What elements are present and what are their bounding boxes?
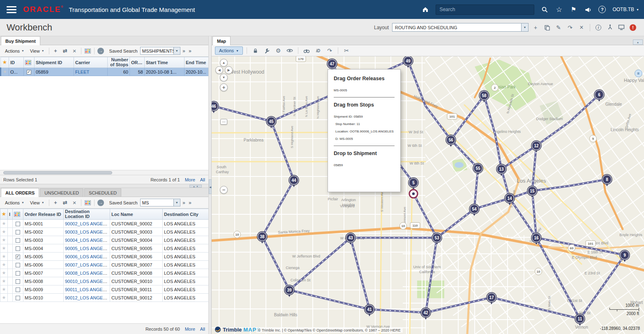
all-link[interactable]: All — [200, 327, 205, 332]
help-icon[interactable]: ? — [598, 5, 606, 14]
monitor-button[interactable] — [617, 23, 626, 32]
destination-location-link[interactable]: 90010_LOS ANGEL... — [64, 277, 110, 285]
gantt-grid-button[interactable] — [83, 199, 92, 207]
pan-down-button[interactable]: ▼ — [220, 74, 228, 81]
actions-menu[interactable]: Actions▼ — [2, 199, 27, 206]
destination-location-link[interactable]: 90007_LOS ANGEL... — [64, 261, 110, 269]
order-select-cell[interactable] — [13, 294, 23, 302]
destination-location-link[interactable]: 90008_LOS ANGEL... — [64, 269, 110, 277]
order-checkbox[interactable] — [16, 255, 20, 259]
destination-location-link[interactable]: 90012_LOS ANGEL... — [64, 294, 110, 302]
favorite-star-icon[interactable]: ★ — [0, 269, 8, 277]
add-button[interactable]: + — [51, 47, 60, 55]
col-id[interactable]: I — [8, 209, 13, 220]
order-select-cell[interactable] — [13, 285, 23, 294]
delete-button[interactable]: × — [70, 199, 79, 207]
order-select-cell[interactable] — [13, 220, 23, 228]
order-select-cell[interactable] — [13, 244, 23, 253]
scrollbar-thumb[interactable] — [3, 171, 112, 174]
identify-icon[interactable]: iD — [314, 46, 323, 55]
shipment-checkbox[interactable] — [27, 70, 31, 74]
order-checkbox[interactable] — [16, 296, 20, 300]
order-checkbox[interactable] — [16, 271, 20, 276]
destination-location-link[interactable]: 90006_LOS ANGEL... — [64, 253, 110, 261]
favorite-star-icon[interactable]: ★ — [0, 261, 8, 269]
tools-wrench-icon[interactable] — [262, 46, 271, 55]
measure-button[interactable]: — — [220, 119, 227, 125]
order-row[interactable]: ★MS-000990011_LOS ANGEL...CUSTOMER_90011… — [0, 285, 209, 294]
more-chevron[interactable]: » — [187, 48, 193, 54]
destination-location-link[interactable]: 90003_LOS ANGEL... — [64, 228, 110, 236]
col-start-time[interactable]: Start Time — [145, 57, 185, 68]
more-link[interactable]: More — [185, 327, 195, 332]
map-layers-button[interactable]: ≡ — [635, 70, 642, 77]
shipment-row[interactable]: ★ O... 05859 FLEET 60 58 2020-10-08 1...… — [1, 68, 209, 76]
col-map-link[interactable] — [13, 209, 23, 220]
order-checkbox[interactable] — [16, 279, 20, 284]
favorite-star-icon[interactable]: ★ — [0, 253, 8, 261]
splitter-handle[interactable]: ▲▼ — [189, 185, 202, 188]
col-destination-location[interactable]: Destination Location ID — [64, 209, 110, 220]
user-menu[interactable]: OOTB.TB▼ — [612, 7, 639, 12]
redo-button[interactable]: ↷ — [566, 23, 575, 32]
order-row[interactable]: ★MS-001090012_LOS ANGEL...CUSTOMER_90012… — [0, 294, 209, 302]
gantt-grid-button[interactable] — [83, 47, 92, 55]
order-checkbox[interactable] — [16, 222, 20, 226]
menu-icon[interactable] — [7, 6, 16, 13]
order-select-cell[interactable] — [13, 236, 23, 244]
order-select-cell[interactable] — [13, 269, 23, 277]
copy-layout-button[interactable] — [542, 23, 552, 32]
binoculars-icon[interactable] — [302, 46, 311, 55]
col-destination-city[interactable]: Destination City — [163, 209, 209, 220]
col-order-release-id[interactable]: Order Release ID — [23, 209, 64, 220]
cut-scissors-icon[interactable]: ✂ — [342, 46, 351, 55]
expand-chevron[interactable]: » — [181, 48, 187, 54]
visibility-eye-icon[interactable] — [285, 46, 294, 55]
view-menu[interactable]: View▼ — [28, 199, 47, 206]
go-button[interactable]: → — [97, 47, 105, 55]
destination-location-link[interactable]: 90005_LOS ANGEL... — [64, 244, 110, 253]
col-id[interactable]: ID — [9, 57, 24, 68]
tab-scheduled[interactable]: SCHEDULED — [84, 188, 121, 197]
zoom-in-button[interactable]: + — [220, 84, 228, 91]
sync-button[interactable]: ⇄ — [61, 47, 69, 55]
order-row[interactable]: ★MS-000190002_LOS ANGEL...CUSTOMER_90002… — [0, 220, 209, 228]
all-link[interactable]: All — [200, 177, 205, 182]
pan-left-button[interactable]: ◀ — [215, 66, 223, 74]
saved-search-combo[interactable]: MS ▼ — [140, 199, 180, 206]
destination-location-link[interactable]: 90004_LOS ANGEL... — [64, 236, 110, 244]
splitter-handle[interactable]: ◀ — [209, 179, 212, 194]
order-checkbox[interactable] — [16, 246, 20, 251]
col-ords[interactable]: ORDS — [130, 57, 145, 68]
order-checkbox[interactable] — [16, 263, 20, 267]
order-select-cell[interactable] — [13, 277, 23, 285]
order-select-cell[interactable] — [13, 228, 23, 236]
order-row[interactable]: ★MS-000790008_LOS ANGEL...CUSTOMER_90008… — [0, 269, 209, 277]
go-button[interactable]: → — [97, 199, 105, 207]
tab-buy-shipment[interactable]: Buy Shipment — [1, 36, 40, 45]
actions-menu[interactable]: Actions▼ — [2, 47, 27, 55]
order-row[interactable]: ★MS-000490005_LOS ANGEL...CUSTOMER_90005… — [0, 244, 209, 253]
gears-icon[interactable]: ⚙ — [274, 46, 283, 55]
column-splitter[interactable]: ◀ — [208, 36, 212, 334]
saved-search-combo[interactable]: MSSHIPMENTS ▼ — [140, 47, 180, 55]
shipment-select-cell[interactable] — [24, 68, 35, 76]
more-chevron[interactable]: » — [187, 200, 193, 206]
search-icon[interactable] — [540, 5, 549, 14]
map-canvas[interactable]: West HollywoodHollywood FrwyElysian Park… — [212, 56, 644, 334]
add-button[interactable]: + — [51, 199, 60, 207]
tab-all-orders[interactable]: ALL ORDERS — [1, 188, 39, 197]
col-stops[interactable]: Number of Stops — [108, 57, 130, 68]
home-icon[interactable] — [421, 5, 429, 14]
order-select-cell[interactable] — [13, 253, 23, 261]
collapse-panel-button[interactable]: ▲ — [633, 39, 643, 45]
add-layout-button[interactable]: + — [531, 23, 540, 32]
global-search-input[interactable] — [436, 5, 534, 15]
sync-button[interactable]: ⇄ — [61, 199, 69, 207]
info-button[interactable]: i — [594, 23, 603, 32]
col-map-link[interactable] — [24, 57, 35, 68]
favorite-star-icon[interactable]: ★ — [0, 277, 8, 285]
horizontal-scrollbar[interactable] — [0, 170, 208, 175]
col-shipment-id[interactable]: Shipment ID — [35, 57, 74, 68]
expand-chevron[interactable]: » — [181, 200, 187, 206]
